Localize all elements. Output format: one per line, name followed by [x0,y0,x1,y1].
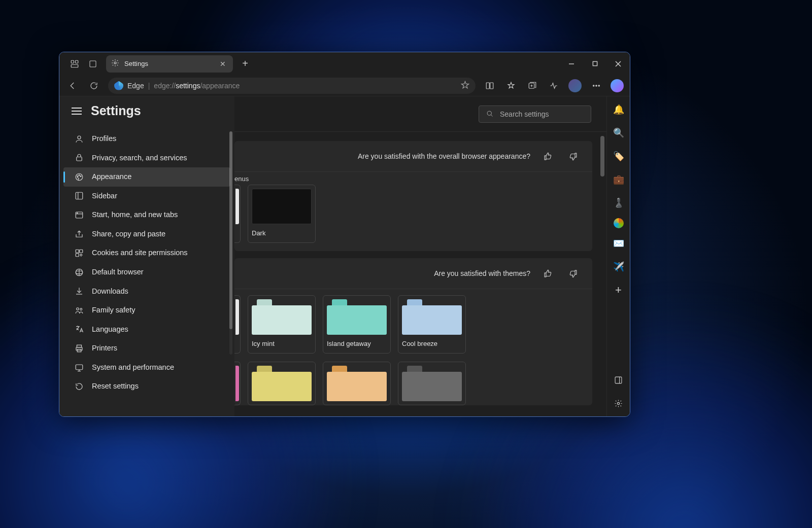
sidebar-item-appearance[interactable]: Appearance [63,167,230,187]
sidebar-drop-icon[interactable]: ✈️ [611,259,627,275]
thumbs-up-button[interactable] [539,148,556,164]
sidebar-shopping-icon[interactable]: 🏷️ [611,148,627,164]
theme-card[interactable]: Cool breeze [398,295,466,354]
collections-icon[interactable] [523,77,542,95]
sidebar-item-cookies[interactable]: Cookies and site permissions [59,243,234,263]
minimize-button[interactable] [560,52,583,75]
start-icon [75,210,84,220]
copilot-icon[interactable] [611,79,624,92]
cookies-icon [75,249,84,258]
tab-actions-icon[interactable] [84,55,102,73]
svg-line-44 [491,115,492,116]
sidebar-notifications-icon[interactable]: 🔔 [611,101,627,118]
settings-heading: Settings [91,103,141,118]
svg-rect-2 [71,64,78,67]
sidebar-item-family[interactable]: Family safety [59,301,234,320]
profile-avatar[interactable] [566,77,584,95]
toolbar: Edge | edge://settings/appearance [59,75,630,96]
thumbs-down-button[interactable] [565,265,581,281]
sidebar-tools-icon[interactable]: 💼 [611,171,627,188]
sidebar-item-label: Downloads [92,287,128,297]
favorite-icon[interactable] [461,81,469,91]
sidebar-add-icon[interactable]: + [611,282,627,298]
window-controls [560,52,630,75]
back-button[interactable] [63,77,82,95]
privacy-icon [75,153,84,162]
more-button[interactable] [587,77,605,95]
svg-point-43 [487,111,491,115]
body: Settings ProfilesPrivacy, search, and se… [59,96,630,416]
sidebar-item-system[interactable]: System and performance [59,358,234,377]
thumbs-down-button[interactable] [565,148,581,164]
settings-header: Settings [59,96,234,127]
theme-card-partial[interactable] [234,295,241,354]
theme-card-partial[interactable] [234,185,241,243]
refresh-button[interactable] [85,77,103,95]
url-scheme: edge:// [154,82,176,90]
split-screen-icon[interactable] [481,77,499,95]
sidebar-hide-icon[interactable] [611,372,627,388]
nav-scrollbar[interactable] [229,131,232,355]
sidebar-item-label: Start, home, and new tabs [92,210,178,220]
sidebar-item-start[interactable]: Start, home, and new tabs [59,205,234,225]
sidebar-search-icon[interactable]: 🔍 [611,125,627,141]
svg-rect-3 [90,61,96,67]
svg-rect-10 [490,83,493,89]
thumbs-up-button[interactable] [539,265,556,281]
printers-icon [75,344,84,353]
feedback-question-1: Are you satisfied with the overall brows… [358,152,530,160]
settings-topbar: Search settings [234,96,606,132]
sidebar-item-label: Languages [92,325,128,335]
browser-essentials-icon[interactable] [545,77,563,95]
svg-point-36 [80,308,82,310]
url-path-rest: /appearance [200,82,240,90]
svg-point-27 [77,213,78,213]
address-product-label: Edge [127,82,144,90]
close-window-button[interactable] [606,52,630,75]
sidebar-outlook-icon[interactable]: ✉️ [611,235,627,252]
sidebar-games-icon[interactable]: ♟️ [611,195,627,211]
settings-nav: ProfilesPrivacy, search, and servicesApp… [59,127,234,416]
theme-label: Icy mint [252,340,312,349]
theme-card[interactable]: Icy mint [248,295,316,354]
theme-card[interactable] [323,362,391,405]
tab-settings[interactable]: Settings ✕ [106,55,233,73]
theme-card[interactable]: Island getaway [323,295,391,354]
favorites-icon[interactable] [502,77,520,95]
sidebar-item-label: Cookies and site permissions [92,248,188,258]
hamburger-icon[interactable] [72,108,82,115]
svg-rect-37 [77,345,82,347]
maximize-button[interactable] [583,52,606,75]
sidebar-item-languages[interactable]: Languages [59,320,234,339]
system-icon [75,363,84,372]
sidebar-item-privacy[interactable]: Privacy, search, and services [59,149,234,168]
sidebar-item-profiles[interactable]: Profiles [59,129,234,149]
share-icon [75,230,84,239]
sidebar-item-share[interactable]: Share, copy and paste [59,225,234,244]
sidebar-item-sidebar[interactable]: Sidebar [59,187,234,206]
sidebar-item-printers[interactable]: Printers [59,339,234,358]
sidebar-item-reset[interactable]: Reset settings [59,377,234,396]
svg-rect-45 [615,377,622,383]
workspaces-icon[interactable] [65,55,84,73]
sidebar-settings-icon[interactable] [611,395,627,411]
theme-card[interactable] [248,362,316,405]
edge-sidebar: 🔔 🔍 🏷️ 💼 ♟️ ✉️ ✈️ + [606,96,630,416]
svg-rect-29 [80,250,83,253]
theme-card[interactable] [398,362,466,405]
sidebar-item-default[interactable]: Default browser [59,263,234,282]
svg-point-47 [617,402,619,404]
theme-card-dark[interactable]: Dark [248,185,316,243]
new-tab-button[interactable]: + [236,55,254,73]
search-settings-input[interactable]: Search settings [479,105,591,123]
theme-card-partial[interactable] [234,362,241,405]
svg-point-31 [80,254,82,256]
svg-rect-6 [593,61,597,65]
sidebar-office-icon[interactable] [614,218,624,228]
sidebar-item-downloads[interactable]: Downloads [59,282,234,301]
svg-point-35 [77,308,79,310]
languages-icon [75,325,84,334]
scrollbar-thumb[interactable] [600,136,604,177]
close-tab-icon[interactable]: ✕ [218,58,228,70]
address-bar[interactable]: Edge | edge://settings/appearance [108,78,476,94]
